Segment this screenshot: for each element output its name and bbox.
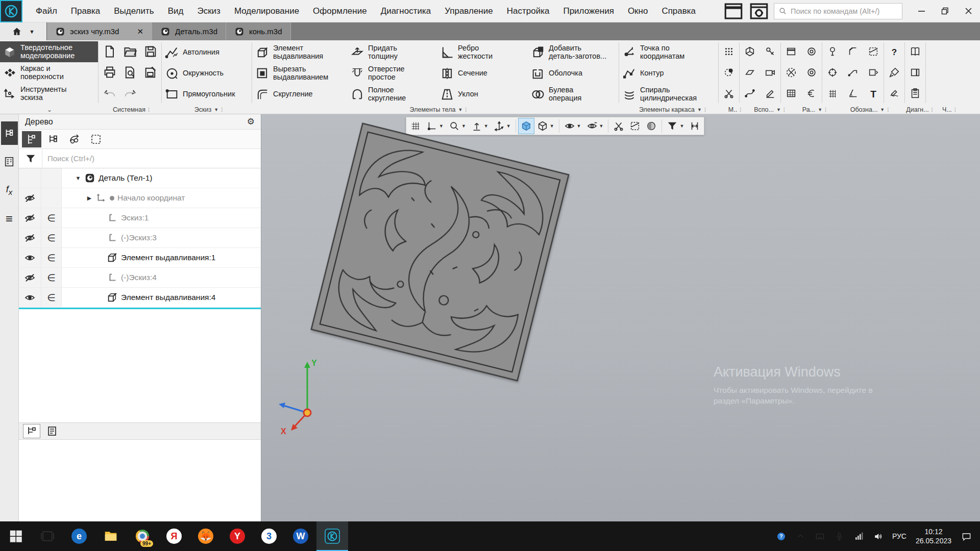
toolbar-collapse-chevron[interactable]: ⌄ [0, 105, 99, 114]
chevron-up-icon[interactable] [792, 525, 810, 547]
menu-эскиз[interactable]: Эскиз [197, 6, 220, 16]
visibility-on-icon[interactable] [19, 248, 41, 267]
mode-active[interactable]: Твердотельное моделирование [0, 41, 98, 62]
menu-выделить[interactable]: Выделить [114, 6, 154, 16]
question-icon[interactable]: ? [892, 47, 897, 58]
cross-round-icon[interactable] [786, 67, 797, 80]
brush-icon[interactable] [889, 67, 900, 80]
target-icon[interactable] [827, 67, 838, 80]
sketch-tool-button[interactable]: Окружность [162, 63, 252, 84]
tree-row[interactable]: ∈(-)Эскиз:3 [19, 228, 261, 248]
plane-icon[interactable] [744, 67, 755, 80]
group-label-9[interactable]: Диагн...⁞ [902, 105, 937, 114]
tree-search-input[interactable] [42, 149, 261, 168]
eye-cam-button[interactable]: ▼ [584, 118, 606, 134]
menu-оформление[interactable]: Оформление [313, 6, 367, 16]
taskbar-app-yandex[interactable]: Я [158, 521, 190, 551]
tree-tab-list-icon[interactable] [43, 424, 61, 438]
tree-row[interactable]: ∈Элемент выдавливания:1 [19, 248, 261, 268]
tree-structure-view-icon[interactable] [22, 131, 41, 147]
group-caret-icon[interactable]: ▼ [818, 107, 822, 112]
circle-dash-icon[interactable] [723, 67, 734, 80]
group-label-8[interactable]: Обозна...▼⁞ [837, 105, 902, 114]
camera-icon[interactable] [765, 67, 776, 80]
scissors-icon[interactable] [723, 88, 734, 101]
body-tool-button[interactable]: Ребро жесткости [437, 42, 528, 63]
parameters-panel-icon[interactable] [1, 150, 18, 173]
taskbar-app-task-view[interactable] [32, 521, 63, 551]
body-tool-button[interactable]: Булева операция [528, 84, 619, 105]
tree-row-body[interactable]: Элемент выдавливания:1 [62, 248, 261, 267]
menu-файл[interactable]: Файл [36, 6, 57, 16]
key-icon[interactable] [765, 46, 776, 59]
letter-T-icon[interactable]: T [870, 89, 876, 100]
euro-icon[interactable] [806, 88, 817, 101]
new-window-icon[interactable] [723, 3, 744, 19]
grid-button[interactable] [408, 118, 423, 134]
kb-panel-icon[interactable] [812, 525, 829, 547]
body-tool-button[interactable]: Уклон [437, 84, 528, 105]
tree-row-body[interactable]: (-)Эскиз:3 [62, 228, 261, 247]
group-label-3[interactable]: Элементы тела▼⁞ [254, 105, 622, 114]
undo-icon[interactable] [103, 86, 117, 103]
box-drop-icon[interactable] [868, 67, 879, 80]
taskbar-app-yandex-browser[interactable]: Y [222, 521, 253, 551]
visibility-off-icon[interactable] [19, 268, 41, 287]
cube-shaded-button[interactable] [519, 118, 534, 134]
pencil-wave-icon[interactable] [889, 88, 900, 101]
dropdown-caret-icon[interactable]: ▼ [506, 123, 511, 129]
app-logo-icon[interactable] [0, 0, 22, 22]
language-indicator[interactable]: РУС [889, 525, 910, 547]
document-tab[interactable]: эскиз чпу.m3d✕ [47, 22, 152, 40]
window-settings-icon[interactable] [748, 3, 770, 19]
orient-up-button[interactable]: ▼ [469, 118, 491, 134]
magnifier-button[interactable]: ▼ [447, 118, 468, 134]
group-label-6[interactable]: Вспо...▼⁞ [747, 105, 792, 114]
tree-row-body[interactable]: (-)Эскиз:4 [62, 268, 261, 287]
tree-panel-icon[interactable] [1, 121, 18, 145]
eye-button[interactable]: ▼ [562, 118, 583, 134]
body-tool-button[interactable]: Оболочка [528, 63, 619, 84]
dropdown-caret-icon[interactable]: ▼ [599, 123, 604, 129]
group-caret-icon[interactable]: ▼ [458, 107, 462, 112]
donut-icon[interactable] [806, 67, 817, 80]
menu-моделирование[interactable]: Моделирование [234, 6, 299, 16]
panel-right-icon[interactable] [910, 67, 921, 80]
menu-управление[interactable]: Управление [445, 6, 493, 16]
body-tool-button[interactable]: Элемент выдавливания [252, 42, 347, 63]
help-icon[interactable]: ? [773, 525, 790, 547]
grid-sm-icon[interactable] [827, 88, 838, 101]
tree-row-body[interactable]: Эскиз:1 [62, 208, 261, 228]
taskbar-app-word[interactable]: W [285, 521, 316, 551]
group-caret-icon[interactable]: ▼ [776, 107, 781, 112]
save-icon[interactable] [143, 44, 158, 61]
group-label-5[interactable]: М..⁞ [722, 105, 747, 114]
tree-row[interactable]: ∈Элемент выдавливания:4 [19, 288, 261, 308]
group-label-1[interactable]: Системная⁞ [99, 105, 163, 114]
body-tool-button[interactable]: Вырезать выдавливанием [252, 63, 347, 84]
command-search-input[interactable]: Поиск по командам (Alt+/) [774, 3, 902, 19]
scissors-button[interactable] [611, 118, 626, 134]
menu-настройка[interactable]: Настройка [507, 6, 550, 16]
chamfer-icon[interactable] [847, 46, 859, 59]
document-tab[interactable]: конь.m3d [226, 22, 291, 40]
body-tool-button[interactable]: Добавить деталь-заготов... [528, 42, 619, 63]
tree-row-body[interactable]: ▼Деталь (Тел-1) [62, 168, 261, 188]
model-3d-ornament-panel[interactable] [310, 122, 570, 382]
visibility-off-icon[interactable] [19, 188, 41, 208]
3d-viewport[interactable]: ▼▼▼▼▼▼▼▼ [261, 114, 980, 521]
redo-icon[interactable] [123, 86, 137, 103]
visibility-off-icon[interactable] [19, 228, 41, 247]
frame-tool-button[interactable]: Точка по координатам [619, 42, 718, 63]
dropdown-caret-icon[interactable]: ▼ [679, 123, 684, 129]
tree-row[interactable]: ▼Деталь (Тел-1) [19, 168, 261, 188]
clip-icon[interactable] [868, 46, 879, 59]
minimize-button[interactable] [910, 2, 933, 21]
angle-icon[interactable] [847, 88, 859, 101]
close-button[interactable] [957, 2, 980, 21]
cube-wire-button[interactable]: ▼ [535, 118, 556, 134]
visibility-on-icon[interactable] [19, 288, 41, 307]
menu-справка[interactable]: Справка [662, 6, 696, 16]
tree-row[interactable]: ∈(-)Эскиз:4 [19, 268, 261, 288]
tree-expander-icon[interactable]: ▶ [86, 195, 92, 202]
